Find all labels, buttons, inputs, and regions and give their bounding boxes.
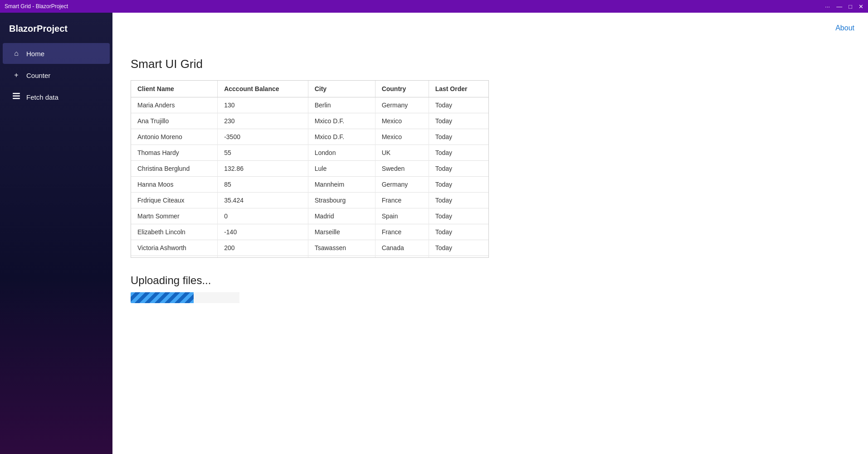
- top-bar: About: [112, 13, 868, 43]
- sidebar-brand: BlazorProject: [0, 17, 112, 43]
- table-cell: Today: [429, 145, 488, 161]
- table-row: Hanna Moos85MannheimGermanyToday: [131, 177, 488, 193]
- table-cell: 35.424: [218, 193, 308, 208]
- table-cell: 230: [218, 113, 308, 129]
- table-cell: 200: [218, 240, 308, 256]
- table-cell: Mexico: [375, 129, 429, 145]
- table-cell: 85: [218, 177, 308, 193]
- sidebar: BlazorProject ⌂ Home + Counter Fetch dat…: [0, 13, 112, 454]
- table-cell: Spain: [375, 208, 429, 224]
- table-cell: Germany: [375, 177, 429, 193]
- sidebar-nav: ⌂ Home + Counter Fetch data: [0, 43, 112, 107]
- sidebar-item-home-label: Home: [26, 50, 44, 58]
- table-cell: Marseille: [308, 224, 375, 240]
- table-cell: Mxico D.F.: [308, 129, 375, 145]
- table-cell: France: [375, 224, 429, 240]
- table-cell: Berlin: [308, 97, 375, 113]
- table-cell: 0: [218, 208, 308, 224]
- table-row: Antonio Moreno-3500Mxico D.F.MexicoToday: [131, 129, 488, 145]
- table-row: Victoria Ashworth200TsawassenCanadaToday: [131, 240, 488, 256]
- table-cell: Germany: [375, 97, 429, 113]
- table-cell: Frdrique Citeaux: [131, 193, 218, 208]
- table-cell: Today: [429, 97, 488, 113]
- table-row: Ana Trujillo230Mxico D.F.MexicoToday: [131, 113, 488, 129]
- table-cell: Antonio Moreno: [131, 129, 218, 145]
- page-title: Smart UI Grid: [131, 57, 850, 71]
- table-cell: France: [375, 193, 429, 208]
- progress-bar: [131, 292, 239, 303]
- table-cell: Today: [429, 129, 488, 145]
- table-cell: Tsawassen: [308, 240, 375, 256]
- title-bar-title: Smart Grid - BlazorProject: [5, 3, 68, 10]
- table-cell: Sweden: [375, 161, 429, 177]
- table-cell: Ana Trujillo: [131, 113, 218, 129]
- table-cell: Mexico: [375, 113, 429, 129]
- title-bar-more[interactable]: ···: [825, 3, 830, 10]
- table-cell: Victoria Ashworth: [131, 240, 218, 256]
- table-row: Maria Anders130BerlinGermanyToday: [131, 97, 488, 113]
- svg-rect-1: [13, 96, 20, 97]
- grid-scroll[interactable]: Client Name Acccount Balance City Countr…: [131, 81, 488, 257]
- title-bar-controls: ··· — □ ✕: [825, 3, 863, 10]
- col-last-order: Last Order: [429, 81, 488, 97]
- table-cell: 130: [218, 97, 308, 113]
- table-cell: London: [308, 145, 375, 161]
- table-cell: Hanna Moos: [131, 177, 218, 193]
- upload-section: Uploading files...: [131, 274, 850, 303]
- table-cell: UK: [375, 256, 429, 258]
- progress-bar-empty: [194, 292, 239, 303]
- home-icon: ⌂: [12, 49, 21, 58]
- sidebar-item-home[interactable]: ⌂ Home: [3, 43, 110, 64]
- data-grid: Client Name Acccount Balance City Countr…: [131, 80, 489, 258]
- table-cell: 59.55: [218, 256, 308, 258]
- table-cell: Today: [429, 113, 488, 129]
- title-bar-maximize[interactable]: □: [848, 3, 852, 10]
- table-cell: Martn Sommer: [131, 208, 218, 224]
- table-cell: Today: [429, 224, 488, 240]
- upload-title: Uploading files...: [131, 274, 850, 287]
- table-cell: Maria Anders: [131, 97, 218, 113]
- table-cell: Thomas Hardy: [131, 145, 218, 161]
- title-bar-minimize[interactable]: —: [836, 3, 842, 10]
- table-cell: Today: [429, 256, 488, 258]
- table-cell: -3500: [218, 129, 308, 145]
- table-cell: London: [308, 256, 375, 258]
- table-cell: 55: [218, 145, 308, 161]
- table-row: Patricio Simpson59.55LondonUKToday: [131, 256, 488, 258]
- table-row: Elizabeth Lincoln-140MarseilleFranceToda…: [131, 224, 488, 240]
- table-cell: Today: [429, 240, 488, 256]
- col-country: Country: [375, 81, 429, 97]
- sidebar-item-counter-label: Counter: [26, 72, 50, 79]
- table-cell: Strasbourg: [308, 193, 375, 208]
- sidebar-item-fetchdata[interactable]: Fetch data: [3, 87, 110, 107]
- about-link[interactable]: About: [835, 24, 854, 32]
- table-cell: 132.86: [218, 161, 308, 177]
- counter-icon: +: [12, 71, 21, 79]
- table-cell: Mannheim: [308, 177, 375, 193]
- sidebar-item-fetchdata-label: Fetch data: [26, 93, 59, 101]
- grid-table: Client Name Acccount Balance City Countr…: [131, 81, 488, 257]
- svg-rect-2: [13, 98, 20, 99]
- table-cell: Today: [429, 193, 488, 208]
- col-client-name: Client Name: [131, 81, 218, 97]
- col-account-balance: Acccount Balance: [218, 81, 308, 97]
- table-cell: Elizabeth Lincoln: [131, 224, 218, 240]
- sidebar-item-counter[interactable]: + Counter: [3, 65, 110, 86]
- progress-bar-filled: [131, 292, 194, 303]
- page-content: Smart UI Grid Client Name Acccount Balan…: [112, 43, 868, 454]
- col-city: City: [308, 81, 375, 97]
- table-body: Maria Anders130BerlinGermanyTodayAna Tru…: [131, 97, 488, 258]
- fetchdata-icon: [12, 93, 21, 101]
- table-cell: Today: [429, 208, 488, 224]
- table-row: Frdrique Citeaux35.424StrasbourgFranceTo…: [131, 193, 488, 208]
- table-cell: Patricio Simpson: [131, 256, 218, 258]
- table-row: Thomas Hardy55LondonUKToday: [131, 145, 488, 161]
- table-cell: Christina Berglund: [131, 161, 218, 177]
- app-layout: BlazorProject ⌂ Home + Counter Fetch dat…: [0, 13, 868, 454]
- table-cell: Mxico D.F.: [308, 113, 375, 129]
- main-content: About Smart UI Grid Client Name Acccount…: [112, 13, 868, 454]
- title-bar-close[interactable]: ✕: [858, 3, 863, 10]
- table-cell: Today: [429, 177, 488, 193]
- title-bar: Smart Grid - BlazorProject ··· — □ ✕: [0, 0, 868, 13]
- table-header: Client Name Acccount Balance City Countr…: [131, 81, 488, 97]
